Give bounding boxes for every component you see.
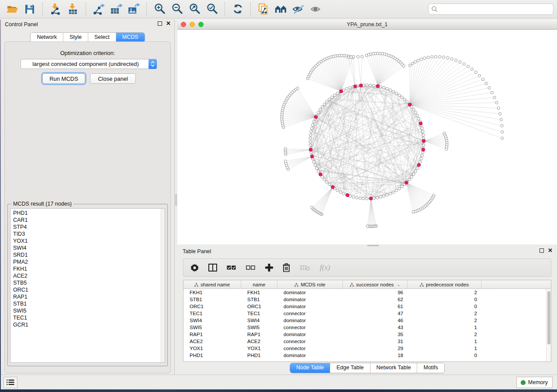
graph-node[interactable] [427,56,429,58]
horizontal-splitter-handle[interactable] [367,245,379,246]
graph-node[interactable] [339,191,342,193]
graph-node[interactable] [349,86,351,89]
mcds-result-item[interactable]: CAR1 [13,217,165,224]
graph-node[interactable] [359,197,361,199]
mcds-result-item[interactable]: FKH1 [13,265,165,272]
graph-node[interactable] [325,100,328,103]
graph-node[interactable] [315,167,318,169]
graph-node[interactable] [398,187,401,190]
network-canvas[interactable] [177,30,557,244]
tab-mcds[interactable]: MCDS [116,33,145,42]
graph-node[interactable] [493,96,496,99]
graph-node[interactable] [500,118,502,121]
export-network-button[interactable] [90,2,107,17]
graph-node[interactable] [284,148,287,150]
function-builder-button[interactable]: f(x) [320,263,330,272]
graph-node[interactable] [471,68,474,70]
tab-node-table[interactable]: Node Table [290,363,330,373]
tab-select[interactable]: Select [88,33,116,42]
search-input[interactable] [428,3,554,15]
graph-node[interactable] [392,191,394,193]
add-column-button[interactable] [265,264,273,272]
graph-node[interactable] [325,181,328,183]
graph-dominator-node[interactable] [369,197,373,200]
graph-node[interactable] [420,158,422,160]
graph-node[interactable] [411,62,414,65]
graph-node[interactable] [355,196,358,199]
graph-node[interactable] [434,55,437,58]
table-row[interactable]: PHD1PHD1dominator180 [183,352,546,359]
window-minimize-icon[interactable] [190,22,195,27]
mcds-result-list[interactable]: PHD1CAR1STP4TID3YOX1SWI4SRD1PMA2FKH1ACE2… [10,208,165,363]
graph-node[interactable] [485,82,488,85]
graph-dominator-node[interactable] [331,186,335,189]
graph-node[interactable] [467,65,470,68]
save-session-button[interactable] [21,2,38,17]
column-header-successor-nodes[interactable]: successor nodes⌄ [343,280,408,289]
mcds-result-item[interactable]: PMA2 [13,258,165,265]
graph-node[interactable] [402,65,405,67]
zoom-out-button[interactable] [168,2,186,17]
graph-node[interactable] [336,189,339,192]
graph-node[interactable] [423,57,426,59]
export-table-button[interactable] [107,2,125,17]
settings-gear-button[interactable] [190,264,199,272]
graph-node[interactable] [422,144,425,147]
graph-node[interactable] [419,161,421,163]
graph-node[interactable] [495,101,498,104]
graph-node[interactable] [321,106,324,108]
graph-node[interactable] [450,58,453,60]
graph-node[interactable] [497,107,500,110]
select-all-button[interactable] [227,265,236,271]
graph-dominator-node[interactable] [314,115,318,119]
hide-selected-button[interactable] [290,2,307,17]
graph-node[interactable] [501,131,504,133]
mcds-result-item[interactable]: PHD1 [13,210,165,217]
close-table-panel-icon[interactable]: ✕ [548,248,553,253]
task-history-button[interactable] [3,377,17,388]
graph-node[interactable] [408,64,411,67]
graph-node[interactable] [333,94,336,96]
graph-node[interactable] [310,130,312,133]
close-panel-icon[interactable]: ✕ [166,21,171,26]
mcds-result-item[interactable]: RAP1 [13,293,165,300]
mcds-result-item[interactable]: SRD1 [13,251,165,258]
graph-node[interactable] [369,84,372,86]
table-row[interactable]: RAP1RAP1dominator352 [183,331,546,338]
graph-dominator-node[interactable] [422,148,425,151]
graph-node[interactable] [410,175,413,178]
graph-node[interactable] [336,92,339,95]
tab-network[interactable]: Network [31,33,63,42]
run-mcds-button[interactable]: Run MCDS [42,73,85,84]
graph-node[interactable] [406,100,408,103]
graph-node[interactable] [414,61,416,63]
graph-node[interactable] [386,193,388,196]
table-row[interactable]: SWI4SWI4dominator462 [183,317,546,324]
graph-dominator-node[interactable] [311,155,314,158]
table-row[interactable]: TEC1TEC1connector472 [183,310,546,317]
graph-node[interactable] [366,197,368,200]
graph-node[interactable] [309,144,311,147]
open-file-button[interactable] [3,2,21,17]
graph-node[interactable] [356,55,359,58]
graph-node[interactable] [401,185,403,188]
column-header-mcds-role[interactable]: MCDS role [277,280,343,289]
graph-node[interactable] [317,111,320,114]
graph-node[interactable] [420,58,422,60]
graph-dominator-node[interactable] [319,173,322,176]
graph-node[interactable] [417,59,419,62]
tab-style[interactable]: Style [63,33,88,42]
graph-node[interactable] [414,170,417,172]
mcds-result-item[interactable]: YOX1 [13,237,165,244]
delete-column-button[interactable] [283,263,290,272]
graph-node[interactable] [331,96,333,99]
graph-node[interactable] [349,55,352,58]
graph-node[interactable] [343,192,345,195]
graph-node[interactable] [310,206,313,209]
refresh-button[interactable] [229,2,246,17]
table-row[interactable]: ACE2ACE2connector311 [183,338,546,345]
mcds-result-item[interactable]: STB5 [13,279,165,286]
graph-node[interactable] [309,137,311,140]
graph-node[interactable] [501,137,503,140]
graph-node[interactable] [445,148,448,150]
